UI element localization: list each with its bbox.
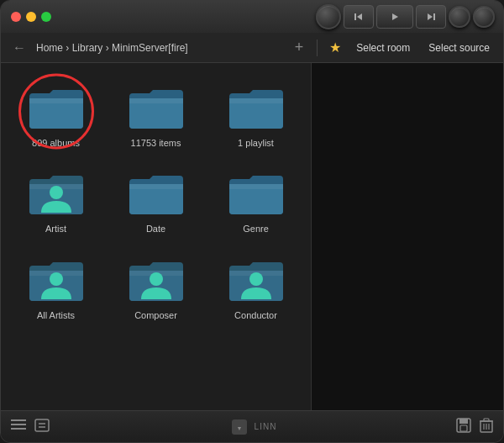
- svg-rect-22: [484, 419, 489, 421]
- knob-3[interactable]: [473, 6, 495, 28]
- bottom-left-controls: [11, 419, 50, 435]
- folder-icon-date: [126, 167, 186, 218]
- folder-label-all-artists: All Artists: [37, 309, 75, 321]
- svg-rect-10: [11, 424, 26, 425]
- grid-item-date[interactable]: Date: [109, 162, 202, 240]
- main-area: 899 albums 11753 items: [1, 63, 503, 410]
- select-source-button[interactable]: Select source: [422, 40, 496, 55]
- folder-icon-albums: [26, 82, 87, 132]
- linn-icon: ▼: [229, 417, 249, 437]
- delete-button[interactable]: [480, 418, 493, 436]
- svg-point-5: [50, 186, 63, 199]
- folder-label-genre: Genre: [243, 223, 269, 235]
- svg-rect-19: [460, 425, 467, 431]
- linn-label: LINN: [255, 422, 277, 431]
- grid-item-all-artists[interactable]: All Artists: [9, 249, 102, 326]
- grid-item-genre[interactable]: Genre: [209, 162, 302, 240]
- svg-point-6: [50, 272, 63, 286]
- bottom-bar: ▼ LINN: [1, 410, 503, 442]
- play-button[interactable]: [376, 5, 413, 29]
- app-window: ← Home › Library › MinimServer[fire] + ★…: [0, 0, 504, 443]
- title-bar: [1, 1, 503, 33]
- nav-bar: ← Home › Library › MinimServer[fire] + ★…: [1, 33, 503, 63]
- folder-label-conductor: Conductor: [234, 309, 277, 321]
- grid-item-playlist[interactable]: 1 playlist: [209, 76, 302, 154]
- folder-icon-composer: [126, 254, 186, 304]
- folder-icon-genre: [226, 167, 286, 218]
- traffic-lights: [11, 12, 51, 22]
- grid-item-albums[interactable]: 899 albums: [9, 76, 102, 154]
- nav-divider: [317, 40, 318, 56]
- svg-rect-4: [433, 13, 435, 20]
- svg-point-8: [249, 272, 263, 286]
- breadcrumb: Home › Library › MinimServer[fire]: [36, 42, 285, 54]
- queue-button[interactable]: [34, 419, 50, 435]
- folder-icon-playlist: [226, 82, 286, 132]
- svg-rect-18: [459, 419, 468, 424]
- knob-2[interactable]: [449, 6, 470, 28]
- minimize-button[interactable]: [26, 12, 36, 22]
- svg-rect-11: [11, 428, 26, 430]
- back-button[interactable]: ←: [8, 39, 31, 57]
- folder-label-artist: Artist: [45, 223, 66, 235]
- folder-label-albums: 899 albums: [32, 137, 80, 149]
- folder-icon-artist: [26, 167, 87, 218]
- svg-marker-2: [392, 13, 398, 20]
- volume-knob[interactable]: [316, 4, 341, 29]
- svg-point-7: [150, 272, 163, 286]
- svg-text:▼: ▼: [236, 425, 242, 431]
- svg-rect-12: [35, 419, 49, 431]
- favorite-button[interactable]: ★: [326, 38, 344, 57]
- svg-marker-3: [428, 13, 433, 20]
- grid-item-items[interactable]: 11753 items: [109, 76, 202, 154]
- folder-icon-conductor: [226, 254, 286, 304]
- bottom-center: ▼ LINN: [229, 417, 277, 437]
- select-room-button[interactable]: Select room: [349, 40, 417, 55]
- grid-item-conductor[interactable]: Conductor: [209, 249, 302, 326]
- content-panel: 899 albums 11753 items: [1, 63, 312, 410]
- next-button[interactable]: [416, 5, 446, 29]
- svg-rect-1: [354, 13, 356, 20]
- folder-icon-items: [126, 82, 186, 132]
- prev-button[interactable]: [344, 5, 374, 29]
- grid-item-artist[interactable]: Artist: [9, 162, 102, 240]
- list-view-button[interactable]: [11, 419, 26, 435]
- bottom-right-controls: [456, 418, 493, 436]
- folder-label-playlist: 1 playlist: [238, 137, 274, 149]
- folder-grid: 899 albums 11753 items: [9, 76, 302, 326]
- save-button[interactable]: [456, 418, 471, 436]
- right-panel: [312, 63, 503, 410]
- folder-icon-all-artists: [26, 254, 87, 304]
- add-button[interactable]: +: [290, 37, 309, 58]
- folder-label-composer: Composer: [134, 309, 177, 321]
- grid-item-composer[interactable]: Composer: [109, 249, 202, 326]
- folder-label-date: Date: [146, 223, 165, 235]
- svg-marker-0: [357, 13, 362, 20]
- close-button[interactable]: [11, 12, 21, 22]
- svg-rect-9: [11, 419, 26, 421]
- folder-label-items: 11753 items: [131, 137, 181, 149]
- maximize-button[interactable]: [41, 12, 51, 22]
- transport-controls: [316, 4, 495, 29]
